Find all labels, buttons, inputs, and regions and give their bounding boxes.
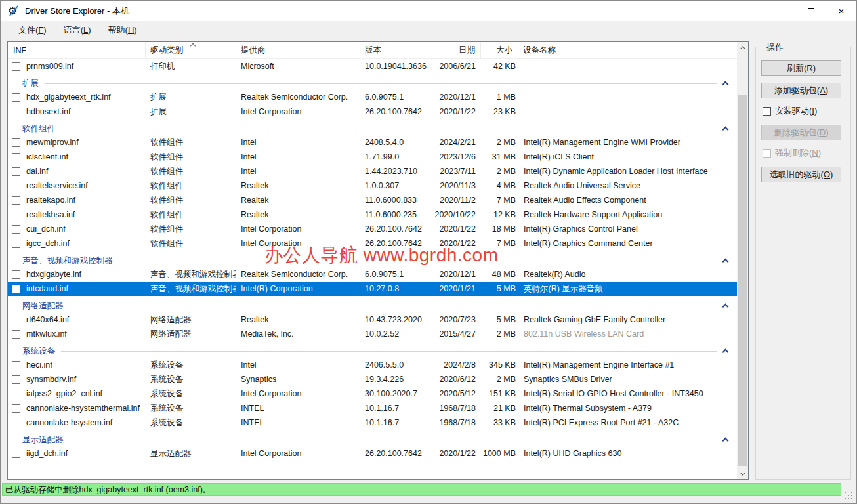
inf-name: prnms009.inf xyxy=(26,62,73,71)
vertical-scrollbar[interactable] xyxy=(737,42,748,479)
table-row[interactable]: realtekapo.inf 软件组件 Realtek 11.0.6000.83… xyxy=(8,193,737,207)
table-row[interactable]: hdxgigabyte.inf 声音、视频和游戏控制器 Realtek Semi… xyxy=(8,267,737,282)
group-header-row[interactable]: 声音、视频和游戏控制器 xyxy=(8,251,737,267)
table-row[interactable]: prnms009.inf 打印机 Microsoft 10.0.19041.36… xyxy=(8,59,737,74)
collapse-group-icon[interactable] xyxy=(722,259,729,265)
group-label: 声音、视频和游戏控制器 xyxy=(22,255,113,266)
close-button[interactable]: × xyxy=(826,1,856,21)
table-row[interactable]: cannonlake-hsystemthermal.inf 系统设备 INTEL… xyxy=(8,401,737,415)
install-driver-checkbox[interactable]: 安装驱动(I) xyxy=(763,105,841,117)
table-row[interactable]: hdbusext.inf 扩展 Intel Corporation 26.20.… xyxy=(8,104,737,119)
row-checkbox[interactable] xyxy=(12,138,20,147)
menu-item-help[interactable]: 帮助(H) xyxy=(100,21,146,39)
column-header-provider[interactable]: 提供商 xyxy=(236,42,360,58)
row-checkbox[interactable] xyxy=(12,93,20,102)
row-checkbox[interactable] xyxy=(12,240,20,248)
force-delete-checkbox[interactable]: 强制删除(N) xyxy=(763,147,841,159)
table-row[interactable]: hdx_gigabyteext_rtk.inf 扩展 Realtek Semic… xyxy=(8,90,737,104)
inf-name: dal.inf xyxy=(26,167,48,176)
table-row[interactable]: mtkwlux.inf 网络适配器 MediaTek, Inc. 10.0.2.… xyxy=(8,327,737,341)
inf-name: ialpss2_gpio2_cnl.inf xyxy=(26,389,102,398)
driver-class-cell: 网络适配器 xyxy=(146,314,236,326)
row-checkbox[interactable] xyxy=(12,316,20,324)
delete-driver-package-button[interactable]: 删除驱动包(D) xyxy=(761,125,841,140)
row-checkbox[interactable] xyxy=(12,361,20,369)
collapse-group-icon[interactable] xyxy=(722,81,729,88)
collapse-group-icon[interactable] xyxy=(722,438,729,444)
column-header-device-name[interactable]: 设备名称 xyxy=(518,42,737,58)
scroll-down-button[interactable] xyxy=(737,468,748,479)
driver-class-cell: 扩展 xyxy=(146,92,236,103)
resize-grip-icon[interactable] xyxy=(845,492,853,500)
column-header-inf[interactable]: INF xyxy=(8,42,146,58)
scroll-up-button[interactable] xyxy=(737,42,748,53)
version-cell: 10.0.2.52 xyxy=(360,329,428,339)
version-cell: 1.44.2023.710 xyxy=(360,167,428,176)
row-checkbox[interactable] xyxy=(12,375,20,384)
device-name-cell: Intel(R) Serial IO GPIO Host Controller … xyxy=(518,389,737,398)
row-checkbox[interactable] xyxy=(12,182,20,190)
row-checkbox[interactable] xyxy=(12,167,20,176)
inf-name: igcc_dch.inf xyxy=(26,239,70,248)
menu-item-file[interactable]: 文件(F) xyxy=(10,21,55,39)
group-header-row[interactable]: 显示适配器 xyxy=(8,430,737,446)
device-name-cell: Intel(R) Management Engine WMI Provider xyxy=(518,138,737,147)
table-row[interactable]: dal.inf 软件组件 Intel 1.44.2023.710 2023/7/… xyxy=(8,164,737,178)
group-header-row[interactable]: 软件组件 xyxy=(8,119,737,135)
table-row[interactable]: realtekservice.inf 软件组件 Realtek 1.0.0.30… xyxy=(8,178,737,193)
table-row[interactable]: cannonlake-hsystem.inf 系统设备 INTEL 10.1.1… xyxy=(8,415,737,430)
column-header-version[interactable]: 版本 xyxy=(360,42,428,58)
table-row[interactable]: mewmiprov.inf 软件组件 Intel 2408.5.4.0 2024… xyxy=(8,135,737,150)
refresh-button[interactable]: 刷新(R) xyxy=(761,60,841,76)
table-row[interactable]: rt640x64.inf 网络适配器 Realtek 10.43.723.202… xyxy=(8,312,737,327)
window-controls: × xyxy=(766,1,856,21)
menu-item-language[interactable]: 语言(L) xyxy=(55,21,100,39)
column-header-date[interactable]: 日期 xyxy=(428,42,481,58)
window-title: Driver Store Explorer - 本机 xyxy=(25,5,129,17)
group-header-row[interactable]: 网络适配器 xyxy=(8,296,737,312)
row-checkbox[interactable] xyxy=(12,225,20,234)
row-checkbox[interactable] xyxy=(12,211,20,219)
table-row[interactable]: ialpss2_gpio2_cnl.inf 系统设备 Intel Corpora… xyxy=(8,387,737,401)
collapse-group-icon[interactable] xyxy=(722,304,729,310)
table-row[interactable]: cui_dch.inf 软件组件 Intel Corporation 26.20… xyxy=(8,222,737,236)
provider-cell: Intel Corporation xyxy=(236,389,360,398)
row-checkbox[interactable] xyxy=(12,62,20,71)
group-header-row[interactable]: 系统设备 xyxy=(8,341,737,358)
table-row[interactable]: iclsclient.inf 软件组件 Intel 1.71.99.0 2023… xyxy=(8,150,737,164)
group-header-row[interactable]: 扩展 xyxy=(8,74,737,90)
table-row[interactable]: intcdaud.inf 声音、视频和游戏控制器 Intel(R) Corpor… xyxy=(8,282,737,296)
row-checkbox[interactable] xyxy=(12,270,20,279)
row-checkbox[interactable] xyxy=(12,153,20,161)
select-old-drivers-button[interactable]: 选取旧的驱动(O) xyxy=(761,167,841,182)
device-name-cell: Intel(R) Thermal Subsystem - A379 xyxy=(518,404,737,413)
table-rows: prnms009.inf 打印机 Microsoft 10.0.19041.36… xyxy=(8,59,737,479)
column-header-size[interactable]: 大小 xyxy=(481,42,518,58)
row-checkbox[interactable] xyxy=(12,108,20,116)
size-cell: 21 KB xyxy=(481,404,518,413)
row-checkbox[interactable] xyxy=(12,196,20,205)
column-header-driver-class[interactable]: 驱动类别 xyxy=(146,42,236,58)
row-checkbox[interactable] xyxy=(12,404,20,413)
scrollbar-thumb[interactable] xyxy=(738,94,747,466)
row-checkbox[interactable] xyxy=(12,285,20,293)
inf-name: heci.inf xyxy=(26,360,52,369)
collapse-group-icon[interactable] xyxy=(722,349,729,356)
row-checkbox[interactable] xyxy=(12,419,20,427)
minimize-button[interactable] xyxy=(766,1,796,21)
provider-cell: Intel xyxy=(236,167,360,176)
table-row[interactable]: iigd_dch.inf 显示适配器 Intel Corporation 26.… xyxy=(8,446,737,461)
maximize-button[interactable] xyxy=(796,1,826,21)
date-cell: 2020/7/23 xyxy=(428,315,481,324)
table-row[interactable]: igcc_dch.inf 软件组件 Intel Corporation 26.2… xyxy=(8,236,737,251)
version-cell: 10.27.0.8 xyxy=(360,284,428,293)
row-checkbox[interactable] xyxy=(12,390,20,398)
collapse-group-icon[interactable] xyxy=(722,127,729,133)
table-row[interactable]: realtekhsa.inf 软件组件 Realtek 11.0.6000.23… xyxy=(8,207,737,222)
row-checkbox[interactable] xyxy=(12,450,20,458)
row-checkbox[interactable] xyxy=(12,330,20,339)
table-row[interactable]: heci.inf 系统设备 Intel 2406.5.5.0 2024/2/8 … xyxy=(8,358,737,372)
table-row[interactable]: synsmbdrv.inf 系统设备 Synaptics 19.3.4.226 … xyxy=(8,372,737,387)
driver-class-cell: 网络适配器 xyxy=(146,329,236,340)
add-driver-package-button[interactable]: 添加驱动包(A) xyxy=(761,83,841,98)
